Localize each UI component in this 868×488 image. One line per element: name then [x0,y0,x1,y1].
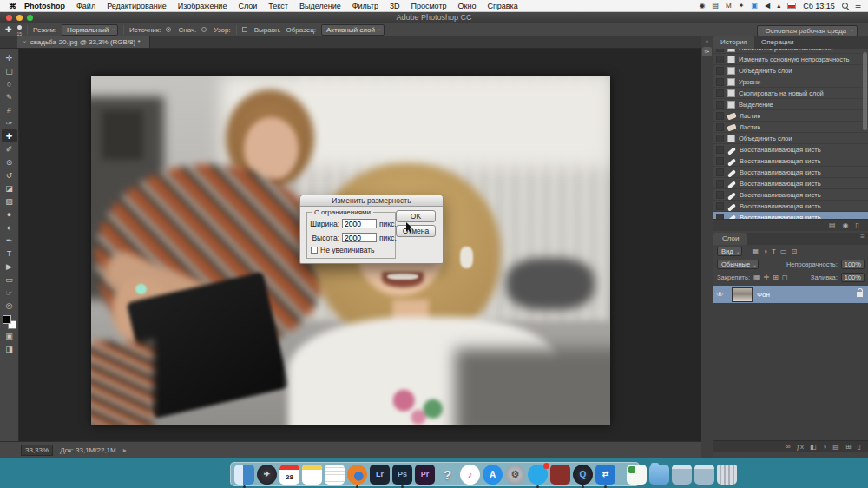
history-state-row[interactable]: Восстанавливающая кисть [713,201,868,212]
dock-finder[interactable] [234,465,254,485]
crop-tool[interactable]: # [2,103,17,116]
cancel-button[interactable]: Отмена [396,225,436,237]
shield-icon[interactable]: ✦ [739,0,745,12]
menu-layers[interactable]: Слои [238,2,257,10]
lock-all-icon[interactable]: ◻ [782,274,788,281]
history-brush-tool[interactable]: ↺ [2,168,17,181]
adjustment-layer-icon[interactable]: ◑ [822,443,826,451]
width-input[interactable] [342,219,377,228]
zoom-tool[interactable]: ◎ [2,299,17,312]
layer-effects-icon[interactable]: ƒx [796,443,803,451]
language-flag-icon[interactable] [787,3,796,9]
history-state-row[interactable]: Восстанавливающая кисть [713,144,868,155]
dock-system-preferences[interactable]: ⚙ [505,465,525,485]
parallels-icon[interactable]: ▤ [712,0,719,12]
do-not-enlarge-checkbox[interactable] [311,247,318,254]
dock-premiere[interactable]: Pr [415,465,435,485]
dock-missing-app[interactable]: ? [437,465,457,485]
color-swatches[interactable] [3,315,16,329]
menu-type[interactable]: Текст [268,2,288,10]
source-sampled-radio[interactable] [166,27,171,32]
history-source-checkbox[interactable] [716,157,724,165]
layer-visibility-eye-icon[interactable]: 👁 [713,286,727,303]
opacity-value[interactable]: 100% [841,260,865,269]
dock-calendar[interactable]: 28 [279,465,299,485]
history-source-checkbox[interactable] [716,112,724,120]
history-source-checkbox[interactable] [716,101,724,109]
lasso-tool[interactable]: ○ [2,77,17,90]
history-source-checkbox[interactable] [716,123,724,131]
workspace-switcher-button[interactable]: Основная рабочая среда [757,25,858,36]
eyedropper-tool[interactable]: ✑ [2,116,17,129]
new-snapshot-icon[interactable]: ◉ [843,221,849,229]
dock-itunes[interactable]: ♪ [460,465,480,485]
zoom-level-field[interactable]: 33,33% [21,445,53,456]
history-state-row[interactable]: Выделение [713,99,868,110]
dock-folder[interactable] [649,465,669,485]
eject-icon[interactable]: ▴ [777,0,780,12]
tab-history[interactable]: История [713,36,754,49]
healing-brush-tool[interactable]: ✚ [2,129,17,142]
history-source-checkbox[interactable] [716,168,724,176]
tab-actions[interactable]: Операции [754,36,800,49]
layer-group-icon[interactable]: ▤ [832,443,839,451]
history-scrollbar[interactable] [863,52,867,130]
pen-tool[interactable]: ✒ [2,234,17,247]
blend-mode-dropdown[interactable]: Нормальный [62,24,118,36]
history-source-checkbox[interactable] [716,135,724,142]
menu-window[interactable]: Окно [458,2,477,10]
sample-dropdown[interactable]: Активный слой [321,24,385,36]
dock-textedit[interactable] [325,465,345,485]
history-state-row[interactable]: Восстанавливающая кисть [713,189,868,201]
history-source-checkbox[interactable] [716,214,724,220]
delete-layer-icon[interactable]: ▯ [858,443,861,451]
filter-pixel-layers-icon[interactable]: ▦ [753,247,760,255]
dock-teamviewer[interactable]: ⇄ [595,465,615,485]
spotlight-icon[interactable] [842,3,848,9]
history-source-checkbox[interactable] [716,49,724,52]
menu-select[interactable]: Выделение [299,2,341,10]
hand-tool[interactable]: ☞ [2,286,17,299]
collapsed-panel-icon[interactable]: ✑ [702,47,712,56]
brush-preset-picker[interactable]: 15 [17,25,23,36]
menu-image[interactable]: Изображение [178,2,227,10]
type-tool[interactable]: T [2,247,17,260]
eraser-tool[interactable]: ◪ [2,181,17,195]
history-state-row[interactable]: Скопировать на новый слой [713,88,868,99]
filter-type-layers-icon[interactable]: T [772,247,776,255]
delete-state-icon[interactable]: ▯ [856,221,859,229]
tab-layers[interactable]: Слои [713,233,747,245]
screen-mode-button[interactable]: ◨ [2,342,17,355]
history-source-checkbox[interactable] [716,78,724,86]
dock-contacts[interactable] [550,465,570,485]
history-source-checkbox[interactable] [716,180,724,188]
history-state-row[interactable]: Объединить слои [713,65,868,76]
menu-view[interactable]: Просмотр [411,2,446,10]
dock-notes[interactable] [302,465,322,485]
dock-photoshop[interactable]: Ps [392,465,412,485]
menu-edit[interactable]: Редактирование [107,2,167,10]
lock-transparency-icon[interactable]: ▦ [753,274,760,281]
history-state-row[interactable]: Ластик [713,122,868,133]
status-options-arrow[interactable]: ▸ [123,446,127,454]
layer-blend-mode-dropdown[interactable]: Обычные [717,260,759,269]
filter-adjustment-layers-icon[interactable]: ◑ [763,247,767,255]
layer-thumbnail[interactable] [732,287,753,302]
history-source-checkbox[interactable] [716,89,724,97]
history-state-row[interactable]: Восстанавливающая кисть [713,155,868,167]
history-source-checkbox[interactable] [716,191,724,199]
quick-selection-tool[interactable]: ✎ [2,90,17,103]
history-state-row[interactable]: Изменить основную непрозрачность [713,54,868,65]
blur-tool[interactable]: ● [2,208,17,221]
history-state-row[interactable]: Восстанавливающая кисть [713,167,868,178]
volume-icon[interactable]: ◀ [765,0,770,12]
menu-help[interactable]: Справка [487,2,517,10]
history-source-checkbox[interactable] [716,56,724,63]
source-pattern-radio[interactable] [201,27,207,32]
shape-tool[interactable]: ▭ [2,273,17,286]
history-source-checkbox[interactable] [716,146,724,154]
layer-row-background[interactable]: 👁 Фон [713,286,868,303]
close-tab-icon[interactable]: × [23,38,27,46]
history-state-row[interactable]: Ластик [713,110,868,122]
expand-panels-icon[interactable]: » [701,38,713,43]
